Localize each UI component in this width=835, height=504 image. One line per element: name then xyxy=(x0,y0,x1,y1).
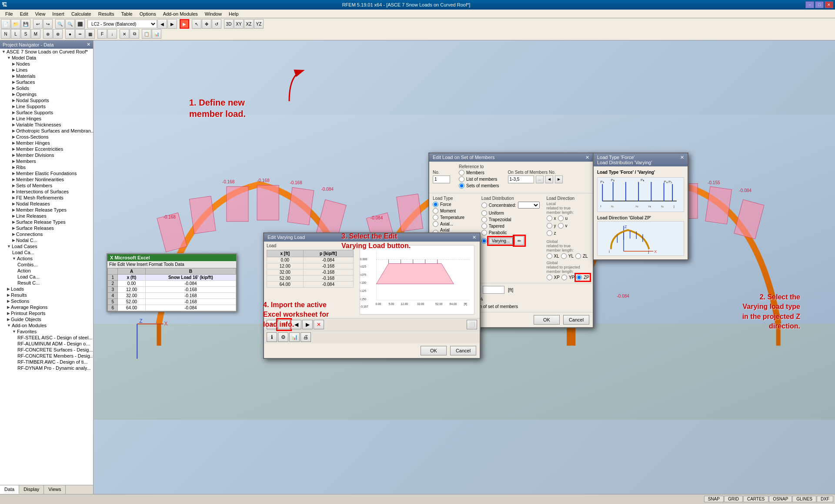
nav-item-43[interactable]: ▶Printout Reports xyxy=(0,310,93,316)
nav-item-26[interactable]: ▶Member Release Types xyxy=(0,207,93,213)
radio-global-zp-input[interactable] xyxy=(576,275,582,280)
radio-global-yl-input[interactable] xyxy=(561,253,567,259)
vary-row-3[interactable]: 52.00-0.168 xyxy=(267,275,354,282)
view-3d-button[interactable]: 3D xyxy=(224,19,234,29)
nav-item-23[interactable]: ▶Intersections of Surfaces xyxy=(0,189,93,195)
tb2-surface[interactable]: ▦ xyxy=(85,29,95,39)
nav-item-32[interactable]: ▼Load Cases xyxy=(0,243,93,249)
radio-parabolic-input[interactable] xyxy=(481,230,487,235)
radio-local-y-input[interactable] xyxy=(547,223,552,229)
tb2-2[interactable]: L xyxy=(11,29,20,39)
tb2-table[interactable]: 📋 xyxy=(142,29,151,39)
menu-item-file[interactable]: File xyxy=(2,10,17,17)
varying-button[interactable]: Varying... xyxy=(489,238,513,244)
nav-item-46[interactable]: ▼Favorites xyxy=(0,328,93,335)
vary-row-2[interactable]: 32.00-0.168 xyxy=(267,269,354,275)
radio-temperature[interactable]: Temperature xyxy=(433,215,474,220)
nav-item-10[interactable]: ▶Surface Supports xyxy=(0,109,93,116)
next-lc-button[interactable]: ▶ xyxy=(167,19,177,29)
nav-item-48[interactable]: RF-ALUMINUM ADM - Design o... xyxy=(0,341,93,347)
radio-local-x[interactable]: x xyxy=(547,216,556,221)
radio-varying-input[interactable] xyxy=(481,238,487,244)
tb2-line[interactable]: ━ xyxy=(75,29,85,39)
radio-local-u-input[interactable] xyxy=(558,216,564,221)
nav-item-7[interactable]: ▶Openings xyxy=(0,91,93,97)
radio-global-yp-input[interactable] xyxy=(561,275,567,280)
navigator-tabs[interactable]: Data Display Views xyxy=(0,485,93,494)
nav-item-3[interactable]: ▶Lines xyxy=(0,67,93,73)
b-input[interactable] xyxy=(483,286,504,294)
on-sets-arrow-left-btn[interactable]: ◀ xyxy=(545,176,553,183)
view-yz-button[interactable]: YZ xyxy=(254,19,264,29)
nav-item-51[interactable]: RF-TIMBER AWC - Design of ti... xyxy=(0,359,93,365)
radio-varying[interactable]: Varying... xyxy=(481,238,513,244)
snap-btn[interactable]: SNAP xyxy=(704,496,724,502)
radio-local-z-input[interactable] xyxy=(547,230,552,236)
new-button[interactable]: 📄 xyxy=(1,19,10,29)
view-xy-button[interactable]: XY xyxy=(234,19,244,29)
radio-tapered[interactable]: Tapered xyxy=(481,223,540,229)
edit-load-close-icon[interactable]: ✕ xyxy=(585,155,589,160)
menu-item-options[interactable]: Options xyxy=(136,10,160,17)
vary-row-4[interactable]: 64.00-0.084 xyxy=(267,282,354,288)
menu-item-calculate[interactable]: Calculate xyxy=(68,10,95,17)
radio-list-members[interactable]: List of members xyxy=(459,176,499,182)
vary-expand-btn[interactable]: ⬜ xyxy=(467,320,477,329)
vary-info-btn[interactable]: ℹ xyxy=(267,332,277,342)
on-sets-arrow-right-btn[interactable]: ▶ xyxy=(555,176,563,183)
nav-item-5[interactable]: ▶Surfaces xyxy=(0,79,93,85)
tb2-node[interactable]: ● xyxy=(65,29,75,39)
grid-btn[interactable]: GRID xyxy=(724,496,743,502)
menu-item-add-on-modules[interactable]: Add-on Modules xyxy=(160,10,201,17)
nav-item-17[interactable]: ▶Member Divisions xyxy=(0,152,93,158)
nav-item-39[interactable]: ▶Loads xyxy=(0,286,93,292)
rotate-button[interactable]: ↺ xyxy=(212,19,221,29)
nav-item-50[interactable]: RF-CONCRETE Members - Desig... xyxy=(0,353,93,359)
dxf-btn[interactable]: DXF xyxy=(817,496,833,502)
radio-global-xl-input[interactable] xyxy=(547,253,552,259)
nav-item-19[interactable]: ▶Ribs xyxy=(0,164,93,170)
radio-temp-input[interactable] xyxy=(433,215,438,220)
edit-varying-close-icon[interactable]: ✕ xyxy=(472,235,476,240)
view-xz-button[interactable]: XZ xyxy=(244,19,254,29)
radio-global-yp[interactable]: YP xyxy=(561,275,574,280)
radio-uniform-input[interactable] xyxy=(481,210,487,216)
radio-global-zp[interactable]: ZP xyxy=(576,275,589,280)
nav-item-29[interactable]: ▶Surface Releases xyxy=(0,225,93,231)
radio-force[interactable]: Force xyxy=(433,202,474,207)
nav-item-2[interactable]: ▶Nodes xyxy=(0,61,93,67)
save-button[interactable]: 💾 xyxy=(21,19,30,29)
tb2-delete[interactable]: ✕ xyxy=(120,29,129,39)
nav-item-35[interactable]: Combis... xyxy=(0,262,93,268)
nav-item-41[interactable]: ▶Sections xyxy=(0,298,93,304)
load-type-close-icon[interactable]: ✕ xyxy=(680,155,684,165)
radio-force-input[interactable] xyxy=(433,202,438,207)
tb2-1[interactable]: N xyxy=(1,29,10,39)
nav-item-0[interactable]: ▼ASCE 7 Snow Loads on Curved Roof* xyxy=(0,49,93,55)
nav-item-16[interactable]: ▶Member Eccentricities xyxy=(0,146,93,152)
radio-members-input[interactable] xyxy=(459,170,464,176)
redo-button[interactable]: ↪ xyxy=(43,19,53,29)
radio-global-zl[interactable]: ZL xyxy=(575,253,588,259)
nav-item-28[interactable]: ▶Surface Release Types xyxy=(0,219,93,225)
undo-button[interactable]: ↩ xyxy=(33,19,43,29)
cartes-btn[interactable]: CARTES xyxy=(743,496,768,502)
nav-item-45[interactable]: ▼Add-on Modules xyxy=(0,322,93,328)
nav-item-14[interactable]: ▶Cross-Sections xyxy=(0,134,93,140)
nav-item-9[interactable]: ▶Line Supports xyxy=(0,103,93,109)
radio-global-xl[interactable]: XL xyxy=(547,253,559,259)
menu-item-table[interactable]: Table xyxy=(117,10,136,17)
nav-item-25[interactable]: ▶Nodal Releases xyxy=(0,201,93,207)
tb2-load[interactable]: F xyxy=(97,29,107,39)
nav-item-15[interactable]: ▶Member Hinges xyxy=(0,140,93,146)
nav-item-1[interactable]: ▼Model Data xyxy=(0,55,93,61)
radio-sets-members-input[interactable] xyxy=(459,183,464,189)
radio-axial[interactable]: Axial... xyxy=(433,221,474,227)
radio-local-u[interactable]: u xyxy=(558,216,568,221)
tab-display[interactable]: Display xyxy=(19,485,44,494)
menu-item-insert[interactable]: Insert xyxy=(49,10,68,17)
nav-item-36[interactable]: Action xyxy=(0,268,93,274)
nav-item-6[interactable]: ▶Solids xyxy=(0,85,93,91)
close-button[interactable]: ✕ xyxy=(825,1,833,8)
tb2-copy[interactable]: ⧉ xyxy=(130,29,139,39)
